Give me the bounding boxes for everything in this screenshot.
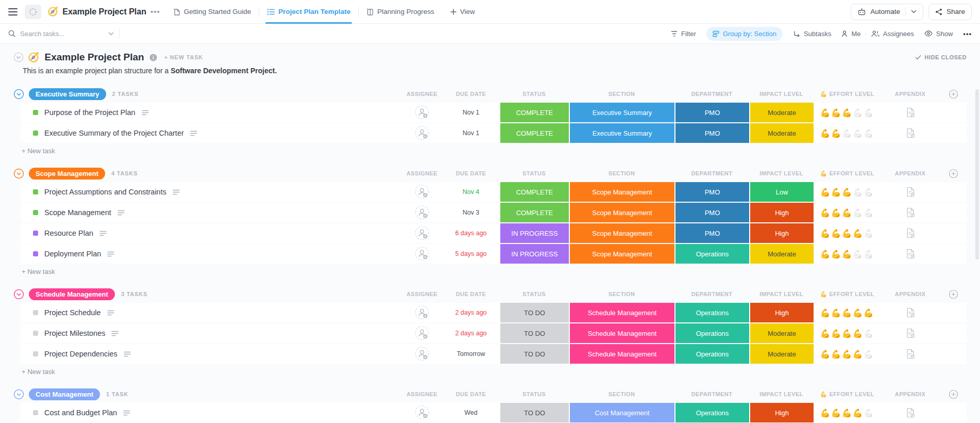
assignee-add-button[interactable] <box>401 244 443 264</box>
add-column-button[interactable] <box>940 89 967 99</box>
status-cell[interactable]: IN PROGRESS <box>499 223 569 243</box>
more-options-button[interactable]: ••• <box>963 30 972 38</box>
effort-level-cell[interactable]: 💪💪💪💪💪 <box>814 403 881 422</box>
department-cell[interactable]: Operations <box>674 403 749 422</box>
effort-level-cell[interactable]: 💪💪💪💪💪 <box>814 182 881 202</box>
group-badge[interactable]: Schedule Management <box>29 288 115 300</box>
share-button[interactable]: Share <box>928 4 972 20</box>
add-column-button[interactable] <box>940 389 967 399</box>
column-header-appendix[interactable]: APPENDIX <box>881 169 940 178</box>
assignee-add-button[interactable] <box>401 103 443 122</box>
group-by-button[interactable]: Group by: Section <box>706 27 783 41</box>
assignee-add-button[interactable] <box>401 344 443 364</box>
department-cell[interactable]: PMO <box>674 182 749 202</box>
section-cell[interactable]: Scope Management <box>569 182 674 202</box>
show-button[interactable]: Show <box>924 30 953 38</box>
list-title[interactable]: Example Project Plan <box>62 7 146 17</box>
assignees-button[interactable]: Assignees <box>871 30 914 38</box>
appendix-add-button[interactable] <box>881 223 940 243</box>
description-icon[interactable] <box>142 110 149 116</box>
task-name[interactable]: Project Schedule <box>44 308 101 317</box>
impact-cell[interactable]: Moderate <box>749 244 814 264</box>
add-view-button[interactable]: View <box>450 8 475 15</box>
due-date[interactable]: Nov 3 <box>443 203 499 222</box>
task-name[interactable]: Resource Plan <box>44 229 93 237</box>
tab-getting-started-guide[interactable]: Getting Started Guide <box>165 0 259 23</box>
column-header-status[interactable]: STATUS <box>499 169 569 178</box>
status-cell[interactable]: COMPLETE <box>499 182 569 202</box>
department-cell[interactable]: PMO <box>674 223 749 243</box>
status-cell[interactable]: COMPLETE <box>499 103 569 122</box>
appendix-add-button[interactable] <box>881 182 940 202</box>
automate-button[interactable]: Automate <box>851 4 923 20</box>
task-name[interactable]: Project Assumptions and Constraints <box>44 188 166 196</box>
section-cell[interactable]: Executive Summary <box>569 123 674 143</box>
status-cell[interactable]: COMPLETE <box>499 123 569 143</box>
due-date[interactable]: 5 days ago <box>443 244 499 264</box>
effort-level-cell[interactable]: 💪💪💪💪💪 <box>814 103 881 122</box>
column-header-appendix[interactable]: APPENDIX <box>881 289 940 299</box>
group-collapse-button[interactable] <box>13 89 24 100</box>
appendix-add-button[interactable] <box>881 123 940 143</box>
group-collapse-button[interactable] <box>13 389 24 400</box>
section-cell[interactable]: Scope Management <box>569 223 674 243</box>
status-cell[interactable]: TO DO <box>499 403 569 422</box>
due-date[interactable]: 6 days ago <box>443 223 499 243</box>
department-cell[interactable]: Operations <box>674 303 749 322</box>
task-name[interactable]: Scope Management <box>44 208 111 217</box>
column-header-section[interactable]: SECTION <box>569 169 674 178</box>
new-task-button[interactable]: + New task <box>13 365 967 378</box>
group-badge[interactable]: Cost Management <box>29 388 100 400</box>
appendix-add-button[interactable] <box>881 103 940 122</box>
task-status-bullet[interactable] <box>33 189 38 194</box>
task-status-bullet[interactable] <box>33 410 38 415</box>
description-icon[interactable] <box>107 310 114 316</box>
effort-level-cell[interactable]: 💪💪💪💪💪 <box>814 123 881 143</box>
column-header-section[interactable]: SECTION <box>569 89 674 99</box>
column-header-department[interactable]: DEPARTMENT <box>674 289 749 299</box>
assignee-add-button[interactable] <box>401 323 443 343</box>
column-header-assignee[interactable]: ASSIGNEE <box>401 169 443 178</box>
due-date[interactable]: 2 days ago <box>443 323 499 343</box>
appendix-add-button[interactable] <box>881 203 940 222</box>
task-status-bullet[interactable] <box>33 351 38 356</box>
department-cell[interactable]: PMO <box>674 203 749 222</box>
list-more-button[interactable]: ••• <box>150 7 160 16</box>
section-cell[interactable]: Schedule Management <box>569 344 674 364</box>
appendix-add-button[interactable] <box>881 344 940 364</box>
group-collapse-button[interactable] <box>13 168 24 179</box>
column-header-effort-level[interactable]: 💪EFFORT LEVEL <box>814 289 881 299</box>
column-header-section[interactable]: SECTION <box>569 389 674 399</box>
effort-level-cell[interactable]: 💪💪💪💪💪 <box>814 323 881 343</box>
status-cell[interactable]: IN PROGRESS <box>499 244 569 264</box>
filter-button[interactable]: Filter <box>671 30 696 38</box>
column-header-assignee[interactable]: ASSIGNEE <box>401 389 443 399</box>
hide-closed-button[interactable]: HIDE CLOSED <box>915 54 967 60</box>
description-icon[interactable] <box>123 410 130 416</box>
due-date[interactable]: Nov 4 <box>443 182 499 202</box>
column-header-due-date[interactable]: DUE DATE <box>443 169 499 178</box>
sync-status-button[interactable] <box>25 5 41 19</box>
column-header-impact-level[interactable]: IMPACT LEVEL <box>749 89 814 99</box>
new-task-button[interactable]: + New task <box>13 265 967 278</box>
impact-cell[interactable]: Low <box>749 182 814 202</box>
column-header-impact-level[interactable]: IMPACT LEVEL <box>749 389 814 399</box>
section-cell[interactable]: Cost Management <box>569 403 674 422</box>
column-header-assignee[interactable]: ASSIGNEE <box>401 89 443 99</box>
appendix-add-button[interactable] <box>881 323 940 343</box>
column-header-department[interactable]: DEPARTMENT <box>674 89 749 99</box>
impact-cell[interactable]: Moderate <box>749 123 814 143</box>
column-header-status[interactable]: STATUS <box>499 389 569 399</box>
description-icon[interactable] <box>99 231 107 236</box>
task-status-bullet[interactable] <box>33 310 38 315</box>
task-name[interactable]: Deployment Plan <box>44 250 101 258</box>
info-icon[interactable] <box>149 54 157 61</box>
subtasks-button[interactable]: Subtasks <box>793 30 831 38</box>
department-cell[interactable]: Operations <box>674 244 749 264</box>
task-name[interactable]: Project Milestones <box>44 329 105 337</box>
group-badge[interactable]: Scope Management <box>29 168 105 180</box>
group-collapse-button[interactable] <box>13 289 24 300</box>
assignee-add-button[interactable] <box>401 182 443 202</box>
task-name[interactable]: Cost and Budget Plan <box>44 409 117 417</box>
task-status-bullet[interactable] <box>33 231 38 236</box>
